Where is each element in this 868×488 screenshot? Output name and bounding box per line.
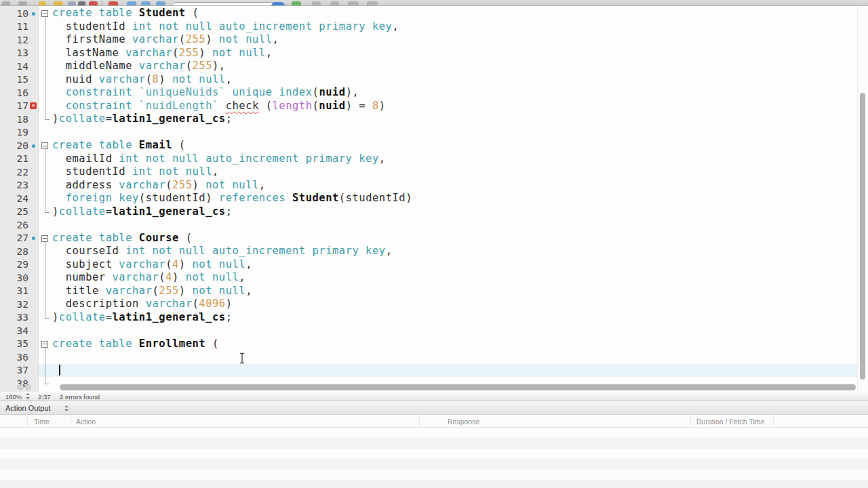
line-number: 27 bbox=[0, 232, 30, 243]
fold-start-marker[interactable] bbox=[39, 232, 52, 245]
find-panel-icon[interactable] bbox=[312, 1, 321, 6]
line-number: 19 bbox=[0, 127, 30, 138]
error-badge-icon[interactable]: × bbox=[30, 100, 39, 113]
code-line[interactable]: 34 bbox=[0, 324, 857, 338]
fold-start-marker[interactable] bbox=[39, 139, 52, 152]
caret-position: 2:37 bbox=[38, 393, 51, 401]
code-line[interactable]: 16 constraint `uniqueNuids` unique index… bbox=[0, 86, 857, 100]
gutter-marker-empty bbox=[30, 377, 39, 390]
output-table-header: Time Action Response Duration / Fetch Ti… bbox=[0, 415, 868, 428]
code-line[interactable]: 26 bbox=[0, 218, 857, 232]
fold-collapse-icon[interactable] bbox=[41, 235, 48, 242]
fold-collapse-icon[interactable] bbox=[41, 10, 48, 17]
code-line[interactable]: 28 courseId int not null auto_increment … bbox=[0, 245, 857, 258]
open-script-icon[interactable] bbox=[18, 1, 27, 6]
code-line[interactable]: 19 bbox=[0, 126, 857, 140]
fold-mid-marker bbox=[39, 271, 52, 285]
code-line[interactable]: 32 description varchar(4096) bbox=[0, 298, 857, 311]
fold-mid-marker bbox=[39, 152, 52, 166]
new-script-icon[interactable] bbox=[2, 1, 10, 6]
fold-mid-marker bbox=[39, 258, 52, 272]
rollback-icon[interactable] bbox=[141, 1, 151, 6]
code-line[interactable]: 25)collate=latin1_general_cs; bbox=[0, 205, 857, 219]
gutter-marker-empty bbox=[30, 298, 39, 311]
code-text: courseId int not null auto_increment pri… bbox=[52, 245, 857, 258]
vertical-scrollbar-track[interactable] bbox=[857, 6, 868, 392]
code-line[interactable]: 12 firstName varchar(255) not null, bbox=[0, 33, 857, 47]
explain-plan-icon[interactable] bbox=[68, 1, 76, 6]
code-text: create table Course ( bbox=[52, 232, 857, 245]
code-line[interactable]: 36 bbox=[0, 350, 857, 364]
code-line[interactable]: 29 subject varchar(4) not null, bbox=[0, 258, 857, 272]
commit-icon[interactable] bbox=[127, 1, 136, 6]
line-number: 12 bbox=[0, 35, 30, 45]
fold-mid-marker bbox=[39, 47, 52, 60]
code-text bbox=[52, 364, 857, 378]
code-line[interactable]: 33)collate=latin1_general_cs; bbox=[0, 311, 857, 325]
execute-script-icon[interactable] bbox=[39, 1, 46, 6]
code-lines: 10create table Student (11 studentId int… bbox=[0, 7, 857, 390]
column-header-action[interactable]: Action bbox=[76, 418, 96, 426]
gutter-marker-empty bbox=[30, 364, 39, 378]
action-output-selector[interactable] bbox=[63, 405, 69, 412]
code-line[interactable]: 24 foreign key(studentId) references Stu… bbox=[0, 192, 857, 205]
gutter-marker-empty bbox=[30, 47, 39, 60]
code-line[interactable]: 22 studentId int not null, bbox=[0, 165, 857, 179]
column-separator bbox=[71, 415, 71, 427]
zoom-stepper[interactable] bbox=[24, 392, 31, 400]
gutter-marker-empty bbox=[30, 271, 39, 285]
gutter-marker-empty bbox=[30, 311, 39, 325]
code-line[interactable]: 10create table Student ( bbox=[0, 7, 857, 20]
fold-start-marker[interactable] bbox=[39, 338, 52, 351]
wrap-text-icon[interactable] bbox=[348, 1, 359, 6]
search-arrow-icon[interactable] bbox=[78, 1, 85, 6]
stop-on-error-toggle-icon[interactable] bbox=[108, 1, 118, 6]
code-line[interactable]: 18)collate=latin1_general_cs; bbox=[0, 113, 857, 126]
beautify-sql-icon[interactable] bbox=[292, 1, 301, 6]
horizontal-scrollbar[interactable] bbox=[60, 384, 856, 390]
line-number: 14 bbox=[0, 61, 30, 72]
gutter-marker-empty bbox=[30, 245, 39, 258]
code-line[interactable]: 27create table Course ( bbox=[0, 232, 857, 245]
column-header-duration[interactable]: Duration / Fetch Time bbox=[696, 418, 764, 426]
code-line[interactable]: 15 nuid varchar(8) not null, bbox=[0, 73, 857, 87]
fold-mid-marker bbox=[39, 285, 52, 298]
execute-statement-icon[interactable] bbox=[54, 1, 63, 6]
fold-column bbox=[39, 126, 52, 140]
autocommit-toggle-icon[interactable] bbox=[156, 1, 165, 6]
code-line[interactable]: 13 lastName varchar(255) not null, bbox=[0, 47, 857, 60]
code-line[interactable]: 37 bbox=[0, 364, 857, 378]
vertical-scrollbar-thumb[interactable] bbox=[860, 93, 865, 380]
line-number: 35 bbox=[0, 338, 30, 349]
fold-collapse-icon[interactable] bbox=[41, 341, 48, 348]
code-text: create table Email ( bbox=[52, 139, 857, 152]
code-line[interactable]: 17× constraint `nuidLength` check (lengt… bbox=[0, 100, 857, 113]
code-line[interactable]: 35create table Enrollment ( bbox=[0, 338, 857, 351]
fold-mid-marker bbox=[39, 192, 52, 205]
scroll-step-right-button[interactable]: › bbox=[25, 384, 31, 390]
line-number: 26 bbox=[0, 220, 30, 230]
gutter-marker-empty bbox=[30, 60, 39, 73]
code-line[interactable]: 11 studentId int not null auto_increment… bbox=[0, 20, 857, 34]
code-line[interactable]: 21 emailId int not null auto_increment p… bbox=[0, 152, 857, 166]
fold-mid-marker bbox=[39, 298, 52, 311]
column-header-time[interactable]: Time bbox=[34, 418, 50, 426]
code-line[interactable]: 23 address varchar(255) not null, bbox=[0, 179, 857, 192]
limit-rows-icon[interactable] bbox=[367, 1, 378, 6]
line-number: 16 bbox=[0, 87, 30, 98]
column-separator bbox=[690, 415, 691, 427]
code-line[interactable]: 14 middleName varchar(255), bbox=[0, 60, 857, 73]
fold-collapse-icon[interactable] bbox=[41, 142, 48, 149]
gutter-marker-empty bbox=[30, 324, 39, 338]
invisible-characters-icon[interactable] bbox=[330, 1, 339, 6]
fold-start-marker[interactable] bbox=[39, 7, 52, 20]
code-line[interactable]: 20create table Email ( bbox=[0, 139, 857, 152]
code-text: middleName varchar(255), bbox=[52, 60, 857, 73]
code-line[interactable]: 31 title varchar(255) not null, bbox=[0, 285, 857, 298]
scroll-step-left-button[interactable]: ‹ bbox=[18, 384, 24, 390]
column-separator bbox=[773, 415, 774, 427]
stop-query-icon[interactable] bbox=[89, 1, 98, 6]
code-line[interactable]: 30 number varchar(4) not null, bbox=[0, 271, 857, 285]
column-header-response[interactable]: Response bbox=[448, 418, 479, 426]
sql-editor[interactable]: 10create table Student (11 studentId int… bbox=[0, 6, 868, 392]
